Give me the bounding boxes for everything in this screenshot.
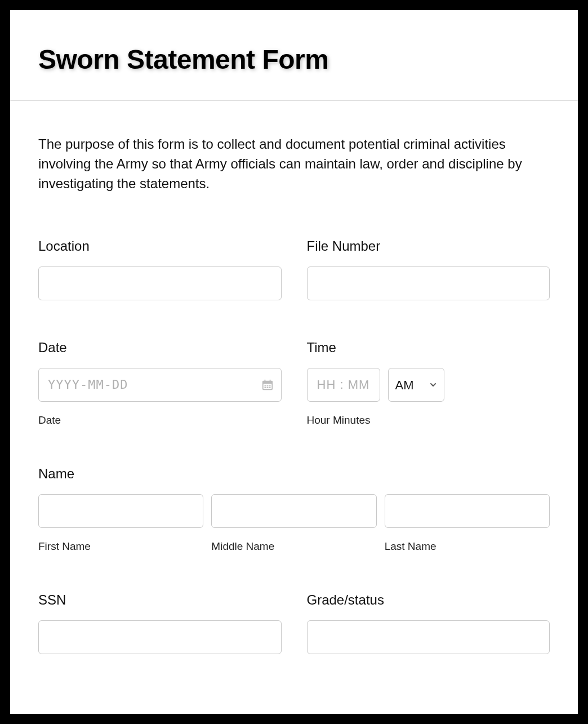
middle-name-input[interactable]	[211, 494, 376, 528]
form-description: The purpose of this form is to collect a…	[38, 135, 550, 193]
file-number-input[interactable]	[307, 266, 550, 300]
date-sub-label: Date	[38, 414, 282, 427]
grade-status-label: Grade/status	[307, 592, 550, 608]
location-label: Location	[38, 238, 282, 254]
ssn-input[interactable]	[38, 620, 282, 654]
file-number-label: File Number	[307, 238, 550, 254]
grade-status-input[interactable]	[307, 620, 550, 654]
first-name-input[interactable]	[38, 494, 203, 528]
first-name-sub-label: First Name	[38, 540, 203, 553]
last-name-input[interactable]	[385, 494, 550, 528]
middle-name-sub-label: Middle Name	[211, 540, 376, 553]
time-input[interactable]	[307, 368, 380, 402]
date-input[interactable]	[38, 368, 282, 402]
ssn-label: SSN	[38, 592, 282, 608]
time-sub-label: Hour Minutes	[307, 414, 550, 427]
name-label: Name	[38, 466, 550, 482]
location-input[interactable]	[38, 266, 282, 300]
last-name-sub-label: Last Name	[385, 540, 550, 553]
time-label: Time	[307, 340, 550, 356]
page-title: Sworn Statement Form	[38, 44, 550, 75]
date-label: Date	[38, 340, 282, 356]
ampm-select[interactable]: AM	[388, 368, 444, 402]
